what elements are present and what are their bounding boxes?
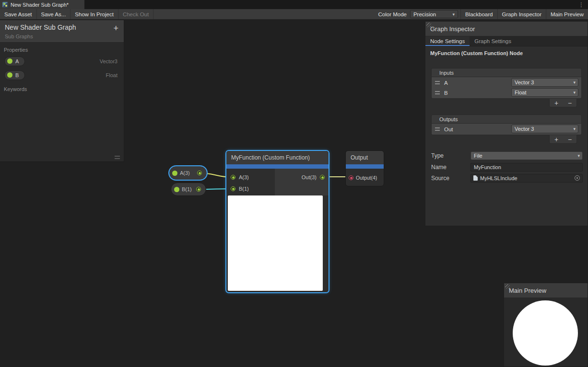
outputs-list: Outputs Out Vector 3▾ <box>431 115 582 135</box>
property-node-a[interactable]: A(3) <box>169 166 207 180</box>
add-output-button[interactable]: + <box>550 135 563 143</box>
keywords-section-label: Keywords <box>4 86 120 92</box>
document-tab[interactable]: New Shader Sub Graph* <box>0 0 84 9</box>
input-type-dropdown[interactable]: Float▾ <box>511 88 578 97</box>
inputs-list: Inputs A Vector 3▾ B Float▾ <box>431 68 582 99</box>
output-row-name: Out <box>444 126 453 132</box>
color-mode-dropdown[interactable]: Precision ▾ <box>410 10 458 18</box>
panel-resize-grip[interactable] <box>505 284 510 289</box>
save-asset-button[interactable]: Save Asset <box>0 9 37 19</box>
name-input[interactable]: MyFunction <box>470 163 583 172</box>
main-preview-body <box>504 298 588 367</box>
add-property-icon[interactable]: + <box>113 24 118 33</box>
graph-inspector-panel: Graph Inspector Node Settings Graph Sett… <box>425 21 588 226</box>
blackboard-title: New Shader Sub Graph <box>5 23 119 31</box>
property-type: Vector3 <box>100 58 118 64</box>
drag-handle-icon[interactable] <box>435 127 440 131</box>
inputs-list-footer: + − <box>549 99 577 107</box>
object-picker-icon[interactable] <box>575 175 580 181</box>
remove-output-button[interactable]: − <box>563 135 576 143</box>
input-port-a[interactable] <box>231 175 235 180</box>
type-dropdown[interactable]: File▾ <box>470 151 583 160</box>
node-output-column: Out(3) <box>275 169 329 195</box>
blackboard-resize-grip[interactable] <box>115 156 120 159</box>
chevron-down-icon: ▾ <box>577 153 580 158</box>
output-port-out-label: Out(3) <box>302 174 317 180</box>
output-type-dropdown[interactable]: Vector 3▾ <box>511 125 578 133</box>
shader-graph-window: New Shader Sub Graph* ⋮ Save Asset Save … <box>0 0 588 367</box>
source-object-field[interactable]: MyHLSLInclude <box>470 174 583 183</box>
show-in-project-button[interactable]: Show In Project <box>71 9 118 19</box>
input-list-row-a[interactable]: A Vector 3▾ <box>433 78 580 88</box>
property-node-b[interactable]: B(1) <box>171 183 206 196</box>
node-port-area: A(3) B(1) Out(3) <box>226 169 329 195</box>
property-color-dot <box>174 187 179 192</box>
property-b-output-port[interactable] <box>196 187 201 192</box>
chevron-down-icon: ▾ <box>447 12 455 17</box>
input-list-row-b[interactable]: B Float▾ <box>433 88 580 98</box>
output-port-out[interactable] <box>320 175 325 180</box>
output-type-value: Vector 3 <box>515 126 534 132</box>
input-type-dropdown[interactable]: Vector 3▾ <box>511 78 578 87</box>
document-tab-title: New Shader Sub Graph* <box>11 2 69 8</box>
panel-resize-grip[interactable] <box>426 23 431 27</box>
remove-input-button[interactable]: − <box>563 99 576 107</box>
main-preview-title: Main Preview <box>509 287 546 294</box>
tab-strip-menu-icon[interactable]: ⋮ <box>576 0 587 9</box>
document-tab-strip: New Shader Sub Graph* ⋮ <box>0 0 588 9</box>
blackboard-property-row[interactable]: A Vector3 <box>0 54 124 68</box>
main-preview-header[interactable]: Main Preview <box>504 283 588 298</box>
property-name: B <box>15 72 19 78</box>
outputs-list-body: Out Vector 3▾ <box>431 124 582 135</box>
blackboard-header: New Shader Sub Graph Sub Graphs + <box>0 20 124 43</box>
output-node-port-label: Output(4) <box>356 175 377 181</box>
type-field-row: Type File▾ <box>431 151 583 160</box>
add-input-button[interactable]: + <box>550 99 563 107</box>
output-node-input-port[interactable] <box>349 175 353 180</box>
blackboard-panel: New Shader Sub Graph Sub Graphs + Proper… <box>0 20 124 162</box>
source-field-row: Source MyHLSLInclude <box>431 173 583 183</box>
name-label: Name <box>431 164 470 171</box>
property-name: A <box>15 58 19 64</box>
property-node-a-label: A(3) <box>180 170 190 176</box>
blackboard-toggle-button[interactable]: Blackboard <box>460 9 497 19</box>
output-list-row-out[interactable]: Out Vector 3▾ <box>433 124 580 134</box>
save-as-button[interactable]: Save As... <box>37 9 71 19</box>
preview-sphere <box>513 300 578 366</box>
node-preview <box>228 195 323 291</box>
input-port-b[interactable] <box>231 186 235 191</box>
drag-handle-icon[interactable] <box>435 81 440 84</box>
node-settings-heading: MyFunction (Custom Function) Node <box>430 50 523 56</box>
graph-inspector-header[interactable]: Graph Inspector <box>425 22 588 36</box>
graph-inspector-toggle-button[interactable]: Graph Inspector <box>497 9 546 19</box>
property-a-output-port[interactable] <box>197 171 202 175</box>
color-mode-label: Color Mode <box>375 9 410 19</box>
precision-color-strip <box>226 164 329 169</box>
tab-node-settings[interactable]: Node Settings <box>425 36 470 46</box>
tab-graph-settings[interactable]: Graph Settings <box>470 36 516 46</box>
input-row-a: A(3) <box>226 172 275 183</box>
blackboard-property-row[interactable]: B Float <box>0 68 124 82</box>
type-label: Type <box>431 152 470 159</box>
inspector-tab-bar: Node Settings Graph Settings <box>425 36 588 46</box>
graph-inspector-title: Graph Inspector <box>430 25 475 33</box>
subgraph-asset-icon <box>2 2 8 8</box>
property-pill-b[interactable]: B <box>4 70 25 80</box>
outputs-list-footer: + − <box>549 135 577 144</box>
input-type-value: Float <box>515 90 526 95</box>
input-port-b-label: B(1) <box>239 186 249 192</box>
property-type: Float <box>106 72 118 78</box>
main-preview-toggle-button[interactable]: Main Preview <box>546 9 588 19</box>
drag-handle-icon[interactable] <box>435 91 440 94</box>
hlsl-file-icon <box>473 175 478 181</box>
output-node[interactable]: Output Output(4) <box>345 150 384 186</box>
input-port-a-label: A(3) <box>239 174 249 180</box>
toolbar: Save Asset Save As... Show In Project Ch… <box>0 9 588 20</box>
blackboard-subtitle: Sub Graphs <box>5 34 119 39</box>
main-preview-panel: Main Preview <box>504 283 588 367</box>
property-pill-a[interactable]: A <box>4 57 25 66</box>
inputs-list-body: A Vector 3▾ B Float▾ <box>431 77 582 99</box>
outputs-list-header: Outputs <box>431 115 582 124</box>
property-color-dot <box>7 58 12 64</box>
custom-function-node[interactable]: MyFunction (Custom Function) A(3) B(1) O… <box>226 150 329 293</box>
